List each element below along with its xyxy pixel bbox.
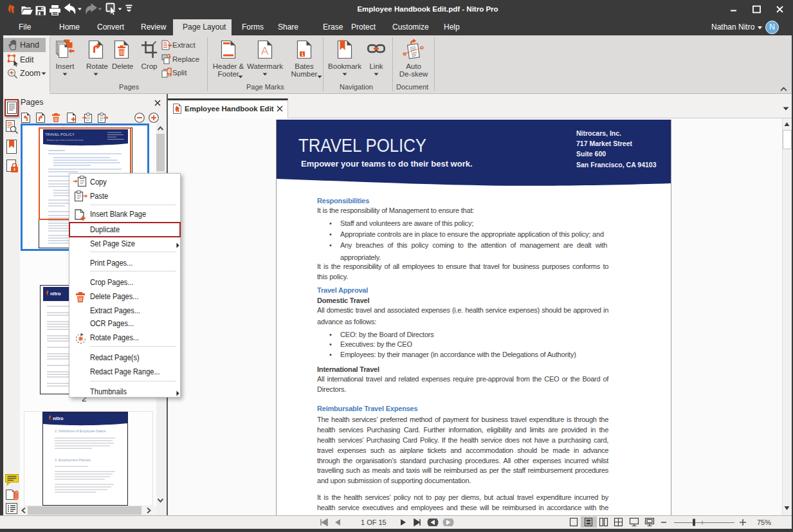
svg-text:A: A <box>261 45 269 57</box>
svg-text:nitro: nitro <box>50 291 61 297</box>
svg-text:nitro: nitro <box>53 416 64 421</box>
svg-text:1: 1 <box>301 52 304 57</box>
svg-text:3. Employment Policies: 3. Employment Policies <box>55 458 91 462</box>
svg-text:2. Definitions of Employee Sta: 2. Definitions of Employee Status <box>55 429 106 433</box>
